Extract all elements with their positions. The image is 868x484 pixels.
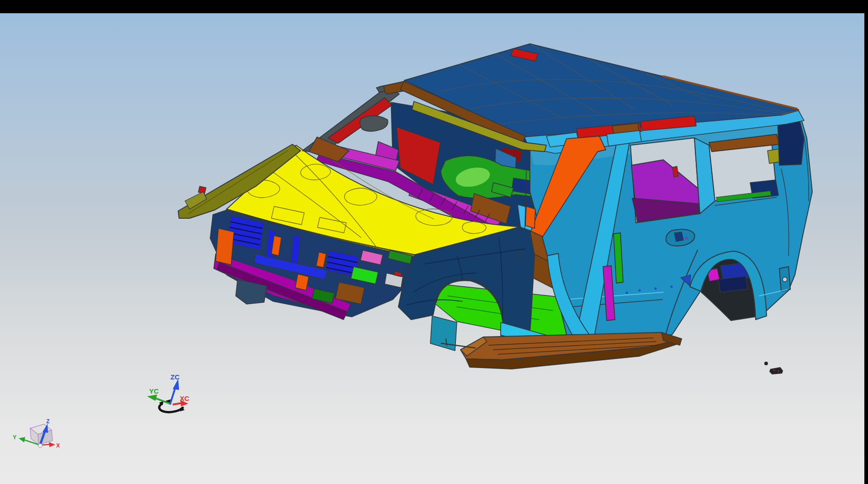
wcs-rotate-handle[interactable] bbox=[159, 405, 183, 412]
letterbox-top bbox=[0, 0, 868, 13]
wcs-triad[interactable]: ZC YC XC bbox=[147, 373, 190, 412]
datum-csys-triad[interactable]: Z Y X bbox=[13, 418, 60, 449]
wcs-y-label: YC bbox=[149, 387, 159, 395]
datum-origin-sphere[interactable] bbox=[38, 444, 42, 448]
datum-x-label: X bbox=[56, 442, 60, 449]
car-model[interactable] bbox=[178, 44, 812, 374]
wcs-x-label: XC bbox=[180, 395, 190, 402]
3d-viewport[interactable]: ZC YC XC Z bbox=[0, 13, 864, 484]
wcs-z-axis[interactable]: ZC bbox=[170, 373, 180, 405]
wcs-x-axis[interactable]: XC bbox=[173, 395, 190, 406]
wcs-z-label: ZC bbox=[170, 373, 180, 381]
letterbox-right bbox=[864, 0, 868, 484]
datum-z-label: Z bbox=[46, 418, 49, 425]
debris-parts[interactable] bbox=[764, 362, 783, 374]
datum-y-label: Y bbox=[13, 434, 16, 441]
application-window: ZC YC XC Z bbox=[0, 0, 868, 484]
